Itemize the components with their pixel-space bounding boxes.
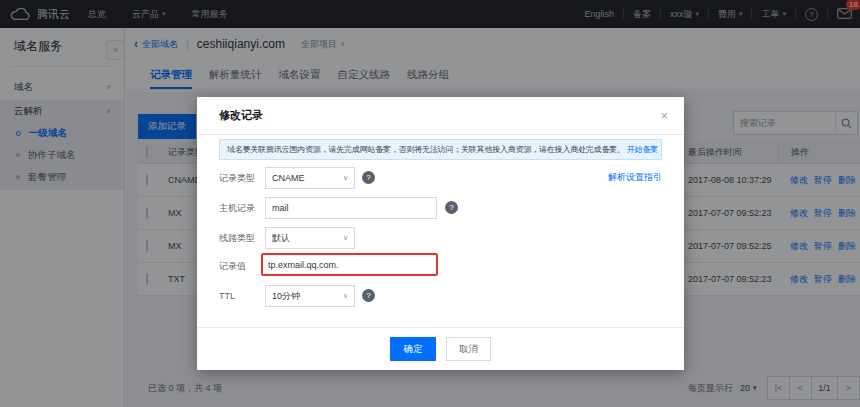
modal-header: 修改记录 ×	[197, 97, 684, 135]
modal-title: 修改记录	[219, 108, 263, 123]
modal-footer: 确定 取消	[197, 327, 684, 370]
chevron-down-icon: ∨	[343, 292, 348, 300]
record-value-label: 记录值	[219, 255, 246, 277]
close-icon[interactable]: ×	[660, 108, 668, 123]
cancel-button[interactable]: 取消	[446, 337, 491, 361]
edit-record-modal: 修改记录 × 域名要关联腾讯云国内资源，请先完成网站备案，否则将无法访问；关联其…	[197, 97, 684, 370]
ttl-label: TTL	[219, 285, 235, 307]
host-record-help-icon[interactable]: ?	[445, 201, 458, 214]
record-type-help-icon[interactable]: ?	[362, 171, 375, 184]
host-record-label: 主机记录	[219, 197, 255, 219]
record-value-input[interactable]	[263, 260, 436, 270]
record-type-label: 记录类型	[219, 167, 255, 189]
icp-notice-banner: 域名要关联腾讯云国内资源，请先完成网站备案，否则将无法访问；关联其他接入商资源，…	[219, 139, 662, 160]
chevron-down-icon: ∨	[343, 234, 348, 242]
ttl-select[interactable]: 10分钟 ∨	[265, 285, 355, 307]
ttl-help-icon[interactable]: ?	[362, 289, 375, 302]
record-type-select[interactable]: CNAME ∨	[265, 167, 355, 189]
notice-text: 域名要关联腾讯云国内资源，请先完成网站备案，否则将无法访问；关联其他接入商资源，…	[227, 144, 625, 155]
line-type-select[interactable]: 默认 ∨	[265, 227, 355, 249]
start-filing-link[interactable]: 开始备案	[627, 144, 658, 155]
chevron-down-icon: ∨	[343, 174, 348, 182]
confirm-button[interactable]: 确定	[390, 337, 436, 361]
host-record-input[interactable]	[265, 197, 437, 219]
line-type-label: 线路类型	[219, 227, 255, 249]
record-value-highlight	[261, 253, 438, 276]
dns-guide-link[interactable]: 解析设置指引	[608, 171, 662, 184]
